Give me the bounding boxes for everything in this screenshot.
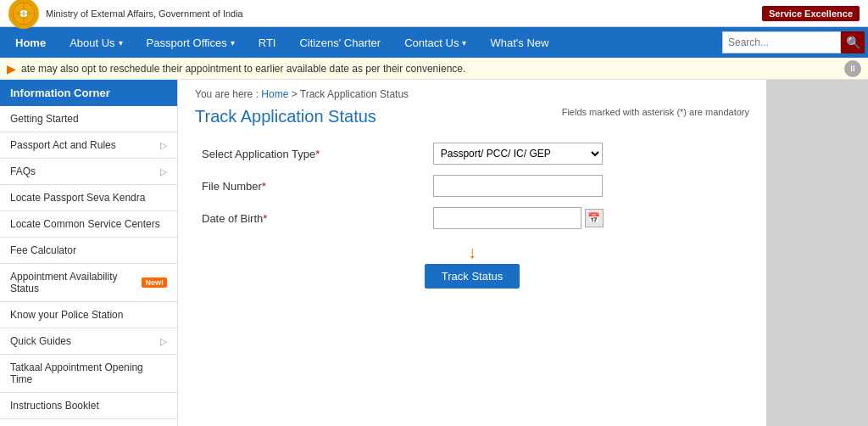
ticker-pause-button[interactable]: ⏸ <box>844 60 861 77</box>
nav-rti[interactable]: RTI <box>247 27 288 58</box>
ticker-text: ate may also opt to reschedule their app… <box>21 63 844 75</box>
search-button[interactable]: 🔍 <box>841 31 865 53</box>
quick-guides-arrow-icon: ▷ <box>160 336 167 347</box>
sidebar-section1-header: Information Corner <box>0 80 177 106</box>
passport-offices-caret-icon: ▾ <box>231 38 235 48</box>
ticker-arrow-icon: ▶ <box>7 62 16 76</box>
sidebar-item-appointment-status[interactable]: Appointment Availability Status New! <box>0 264 177 302</box>
mandatory-note: Fields marked with asterisk (*) are mand… <box>562 107 749 117</box>
dob-input[interactable] <box>433 207 581 229</box>
nav-passport-offices[interactable]: Passport Offices ▾ <box>135 27 247 58</box>
dob-label: Date of Birth* <box>195 202 426 234</box>
breadcrumb: You are here : Home > Track Application … <box>195 88 749 100</box>
search-input[interactable] <box>722 31 841 53</box>
sidebar-item-fee-calculator[interactable]: Fee Calculator <box>0 238 177 264</box>
sidebar-item-tatkaal[interactable]: Tatkaal Appointment Opening Time <box>0 355 177 393</box>
file-number-row: File Number* <box>195 170 749 202</box>
sidebar-item-faqs[interactable]: FAQs ▷ <box>0 159 177 185</box>
sidebar: Information Corner Getting Started Passp… <box>0 80 178 426</box>
nav-citizens-charter[interactable]: Citizens' Charter <box>287 27 392 58</box>
logo-icon <box>8 0 39 29</box>
sidebar-item-getting-started[interactable]: Getting Started <box>0 106 177 132</box>
top-header: Ministry of External Affairs, Government… <box>0 0 868 27</box>
breadcrumb-home-link[interactable]: Home <box>261 88 288 100</box>
new-badge: New! <box>142 277 167 288</box>
track-form: Select Application Type* Passport/ PCC/ … <box>195 137 749 234</box>
dob-wrapper: 📅 <box>433 207 743 229</box>
sidebar-item-passport-act[interactable]: Passport Act and Rules ▷ <box>0 132 177 159</box>
sidebar-item-locate-psk[interactable]: Locate Passport Seva Kendra <box>0 185 177 211</box>
sidebar-item-quick-guides[interactable]: Quick Guides ▷ <box>0 328 177 355</box>
contact-caret-icon: ▾ <box>462 38 466 48</box>
nav-about[interactable]: About Us ▾ <box>58 27 134 58</box>
search-area: 🔍 <box>722 31 865 53</box>
app-type-label: Select Application Type* <box>195 137 426 170</box>
file-number-label: File Number* <box>195 170 426 202</box>
nav-whats-new[interactable]: What's New <box>478 27 560 58</box>
track-btn-area: ↓ Track Status <box>195 243 749 289</box>
nav-home[interactable]: Home <box>3 27 58 58</box>
faqs-arrow-icon: ▷ <box>160 166 167 177</box>
right-panel <box>766 80 868 426</box>
ministry-text: Ministry of External Affairs, Government… <box>46 8 243 19</box>
about-caret-icon: ▾ <box>119 38 123 48</box>
calendar-icon[interactable]: 📅 <box>585 209 604 227</box>
sidebar-item-all-india[interactable]: All India Network of Passport Services <box>0 419 177 426</box>
app-type-select[interactable]: Passport/ PCC/ IC/ GEP Police Clearance … <box>433 143 603 165</box>
content-area: You are here : Home > Track Application … <box>178 80 766 426</box>
app-type-row: Select Application Type* Passport/ PCC/ … <box>195 137 749 170</box>
sidebar-item-police-station[interactable]: Know your Police Station <box>0 302 177 328</box>
service-excellence-badge: Service Excellence <box>762 6 860 21</box>
nav-contact[interactable]: Contact Us ▾ <box>392 27 478 58</box>
page-title: Track Application Status <box>195 107 376 126</box>
file-number-input[interactable] <box>433 175 603 197</box>
main-navbar: Home About Us ▾ Passport Offices ▾ RTI C… <box>0 27 868 58</box>
logo-area: Ministry of External Affairs, Government… <box>8 0 243 29</box>
passport-act-arrow-icon: ▷ <box>160 140 167 151</box>
main-layout: Information Corner Getting Started Passp… <box>0 80 868 426</box>
down-arrow-icon: ↓ <box>195 243 749 262</box>
sidebar-item-instructions[interactable]: Instructions Booklet <box>0 393 177 419</box>
track-status-button[interactable]: Track Status <box>425 264 520 289</box>
ticker-bar: ▶ ate may also opt to reschedule their a… <box>0 58 868 80</box>
sidebar-item-locate-csc[interactable]: Locate Common Service Centers <box>0 211 177 238</box>
dob-row: Date of Birth* 📅 <box>195 202 749 234</box>
